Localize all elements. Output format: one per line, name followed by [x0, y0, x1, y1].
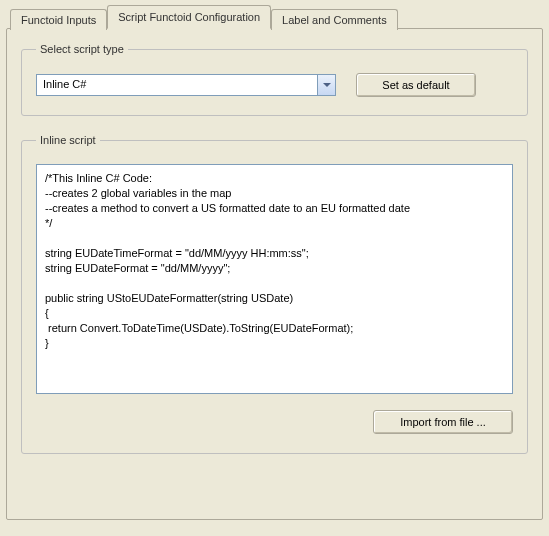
script-type-value: Inline C#: [37, 75, 317, 95]
select-script-type-group: Select script type Inline C# Set as defa…: [21, 43, 528, 116]
chevron-down-icon: [323, 79, 331, 91]
tab-label-and-comments[interactable]: Label and Comments: [271, 9, 398, 30]
import-row: Import from file ...: [36, 410, 513, 434]
tab-label: Functoid Inputs: [21, 14, 96, 26]
button-label: Import from file ...: [400, 416, 486, 428]
inline-script-group: Inline script Import from file ...: [21, 134, 528, 454]
group-legend: Inline script: [36, 134, 100, 146]
script-type-combo[interactable]: Inline C#: [36, 74, 336, 96]
tabstrip: Functoid Inputs Script Functoid Configur…: [10, 4, 543, 28]
dialog-window: Functoid Inputs Script Functoid Configur…: [0, 0, 549, 536]
inline-script-textarea[interactable]: [36, 164, 513, 394]
button-label: Set as default: [382, 79, 449, 91]
import-from-file-button[interactable]: Import from file ...: [373, 410, 513, 434]
script-type-row: Inline C# Set as default: [36, 73, 513, 97]
dropdown-button[interactable]: [317, 75, 335, 95]
tab-functoid-inputs[interactable]: Functoid Inputs: [10, 9, 107, 30]
tab-label: Label and Comments: [282, 14, 387, 26]
group-legend: Select script type: [36, 43, 128, 55]
svg-marker-0: [323, 83, 331, 87]
set-as-default-button[interactable]: Set as default: [356, 73, 476, 97]
tab-page: Select script type Inline C# Set as defa…: [6, 28, 543, 520]
tab-label: Script Functoid Configuration: [118, 11, 260, 23]
tab-script-functoid-config[interactable]: Script Functoid Configuration: [107, 5, 271, 29]
